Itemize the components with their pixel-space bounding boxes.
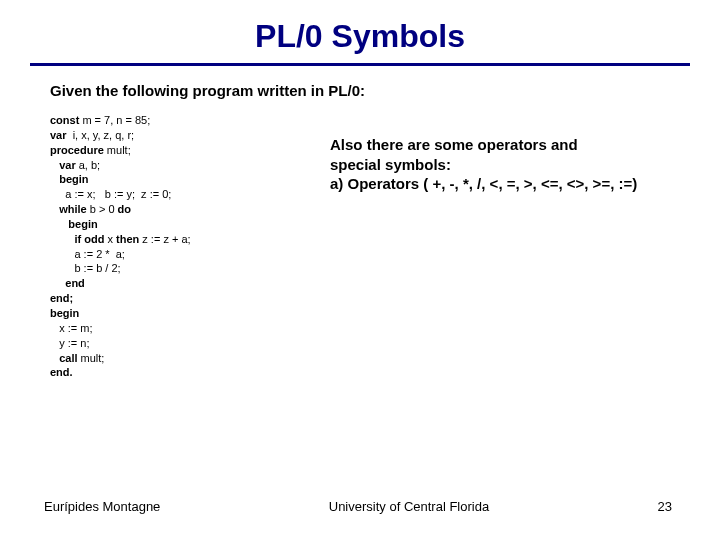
kw-var: var [50, 129, 67, 141]
kw-end-inner: end [50, 277, 85, 289]
kw-begin-main: begin [50, 307, 79, 319]
kw-end: end; [50, 292, 73, 304]
code-text: a := x; b := y; z := 0; [50, 188, 171, 200]
code-text: b > 0 [87, 203, 118, 215]
info-line3: a) Operators ( +, -, *, /, <, =, >, <=, … [330, 174, 670, 194]
code-text: z := z + a; [139, 233, 190, 245]
code-text: a := 2 * a; [50, 248, 125, 260]
kw-do: do [118, 203, 131, 215]
code-text: a, b; [76, 159, 100, 171]
footer: Eurípides Montagne University of Central… [0, 499, 720, 514]
kw-call: call [50, 352, 78, 364]
kw-end-main: end. [50, 366, 73, 378]
code-text: x := m; [50, 322, 92, 334]
code-text: i, x, y, z, q, r; [67, 129, 135, 141]
kw-then: then [116, 233, 139, 245]
footer-author: Eurípides Montagne [44, 499, 160, 514]
kw-begin: begin [50, 173, 89, 185]
code-block: const m = 7, n = 85; var i, x, y, z, q, … [50, 113, 300, 380]
kw-while: while [50, 203, 87, 215]
footer-org: University of Central Florida [160, 499, 657, 514]
footer-page: 23 [658, 499, 672, 514]
title-underline [30, 63, 690, 66]
intro-text: Given the following program written in P… [50, 82, 670, 99]
info-line1: Also there are some operators and [330, 135, 670, 155]
code-text: m = 7, n = 85; [79, 114, 150, 126]
info-line2: special symbols: [330, 155, 670, 175]
info-block: Also there are some operators and specia… [300, 113, 670, 194]
code-text: mult; [78, 352, 105, 364]
code-text: y := n; [50, 337, 89, 349]
code-text: b := b / 2; [50, 262, 121, 274]
kw-procedure: procedure [50, 144, 104, 156]
content-row: const m = 7, n = 85; var i, x, y, z, q, … [50, 113, 670, 380]
kw-const: const [50, 114, 79, 126]
kw-var-inner: var [50, 159, 76, 171]
kw-if-odd: if odd [50, 233, 104, 245]
code-text: x [104, 233, 116, 245]
kw-begin-inner: begin [50, 218, 98, 230]
slide-title: PL/0 Symbols [0, 0, 720, 63]
code-text: mult; [104, 144, 131, 156]
